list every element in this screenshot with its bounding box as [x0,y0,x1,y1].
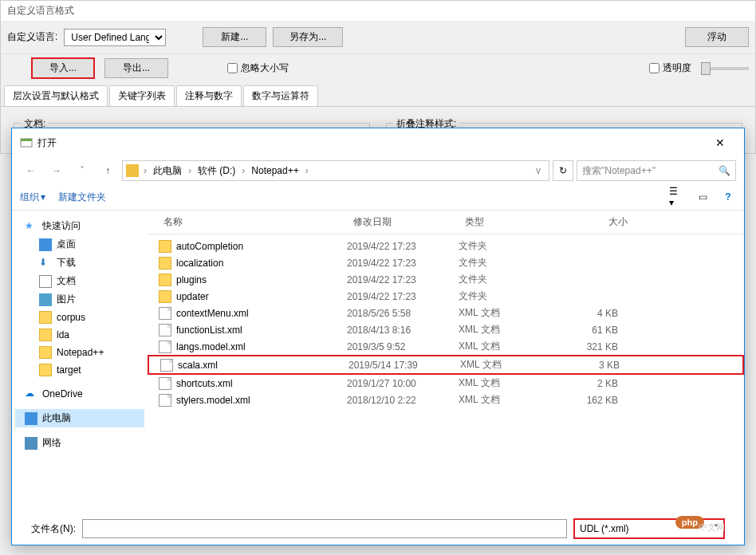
sidebar-downloads[interactable]: ⬇下载 [15,254,144,272]
file-size: 4 KB [538,308,634,319]
close-button[interactable]: ✕ [704,133,736,152]
thispc-icon [25,412,37,425]
folder-icon [39,346,52,359]
picture-icon [39,293,52,306]
col-name[interactable]: 名称 [148,214,347,230]
file-row[interactable]: stylers.model.xml2018/12/10 2:22XML 文档16… [148,392,744,408]
breadcrumb[interactable]: › 此电脑 › 软件 (D:) › Notepad++ › v [122,160,549,181]
file-row[interactable]: functionList.xml2018/4/13 8:16XML 文档61 K… [148,321,744,338]
file-row[interactable]: plugins2019/4/22 17:23文件夹 [148,271,744,288]
file-name: stylers.model.xml [176,395,250,406]
col-type[interactable]: 类型 [459,214,538,230]
file-row[interactable]: updater2019/4/22 17:23文件夹 [148,288,744,305]
sidebar-network[interactable]: 网络 [15,434,144,452]
sidebar-thispc[interactable]: 此电脑 [15,409,144,427]
file-name: contextMenu.xml [176,308,249,319]
file-date: 2019/4/22 17:23 [347,291,459,302]
col-size[interactable]: 大小 [538,214,634,230]
file-icon [159,377,171,390]
file-row[interactable]: autoCompletion2019/4/22 17:23文件夹 [148,238,744,254]
file-icon [159,340,171,353]
folder-icon [39,311,52,324]
saveas-button[interactable]: 另存为... [273,27,343,47]
forward-button[interactable]: → [45,161,68,180]
folder-icon [159,257,171,270]
breadcrumb-dropdown[interactable]: v [531,165,545,176]
transparent-checkbox[interactable]: 透明度 [649,61,691,75]
float-button[interactable]: 浮动 [685,27,749,47]
recent-dropdown[interactable]: ˅ [71,161,93,180]
sidebar-pictures[interactable]: 图片 [15,290,144,309]
dialog-title: 打开 [37,136,57,150]
filename-input[interactable] [82,519,567,538]
file-name: autoCompletion [176,241,243,252]
new-button[interactable]: 新建... [203,27,266,47]
svg-rect-1 [21,139,32,141]
tab-layering[interactable]: 层次设置与默认格式 [4,85,108,106]
sidebar-target[interactable]: target [15,361,144,379]
file-icon [160,359,173,372]
tab-keywords[interactable]: 关键字列表 [109,85,175,106]
file-row[interactable]: localization2019/4/22 17:23文件夹 [148,254,744,271]
php-badge: php [675,516,704,529]
sidebar-onedrive[interactable]: ☁OneDrive [15,385,144,403]
file-icon [159,324,171,337]
organize-dropdown[interactable]: 组织 ▾ [20,191,45,204]
file-size: 321 KB [538,341,634,352]
up-button[interactable]: ↑ [96,161,119,180]
file-row[interactable]: contextMenu.xml2018/5/26 5:58XML 文档4 KB [148,305,744,321]
file-size: 162 KB [538,395,634,406]
file-type: 文件夹 [459,256,538,270]
file-type: 文件夹 [459,289,538,303]
col-date[interactable]: 修改日期 [347,214,459,230]
file-name: localization [176,258,223,269]
file-row[interactable]: scala.xml2019/5/14 17:39XML 文档3 KB [148,355,744,375]
bc-folder[interactable]: Notepad++ [246,163,303,178]
file-date: 2019/3/5 9:52 [347,341,459,352]
folder-icon [126,164,139,177]
lang-select[interactable]: User Defined Language [64,29,166,46]
sidebar-desktop[interactable]: 桌面 [15,235,144,254]
import-button[interactable]: 导入... [31,57,95,79]
search-input[interactable]: 搜索"Notepad++" 🔍 [577,160,736,181]
chevron-right-icon: › [240,165,246,176]
file-date: 2018/5/26 5:58 [347,308,459,319]
file-date: 2019/4/22 17:23 [347,274,459,285]
udl-window-title: 自定义语言格式 [1,1,755,21]
tab-comments[interactable]: 注释与数字 [176,85,242,106]
file-date: 2019/4/22 17:23 [347,258,459,269]
refresh-button[interactable]: ↻ [553,160,573,181]
onedrive-icon: ☁ [25,388,37,400]
help-button[interactable]: ? [720,189,736,205]
file-icon [159,307,171,320]
view-dropdown[interactable]: ☰ ▾ [669,189,685,205]
back-button[interactable]: ← [20,161,42,180]
sidebar-notepadpp[interactable]: Notepad++ [15,344,144,361]
newfolder-button[interactable]: 新建文件夹 [58,191,106,204]
export-button[interactable]: 导出... [104,58,168,78]
transparency-slider[interactable] [701,67,749,70]
sidebar-corpus[interactable]: corpus [15,309,144,326]
file-type: XML 文档 [459,340,538,353]
sidebar-lda[interactable]: lda [15,326,144,344]
ignorecase-checkbox[interactable]: 忽略大小写 [227,61,289,75]
sidebar-quickaccess[interactable]: ★快速访问 [15,217,144,235]
file-row[interactable]: shortcuts.xml2019/1/27 10:00XML 文档2 KB [148,375,744,392]
file-type: 文件夹 [459,239,538,253]
bc-drive[interactable]: 软件 (D:) [193,163,240,179]
document-icon [39,275,52,288]
dialog-icon [20,136,33,149]
file-row[interactable]: langs.model.xml2019/3/5 9:52XML 文档321 KB [148,338,744,355]
folder-icon [39,329,52,341]
file-type: XML 文档 [459,306,538,320]
network-icon [25,437,37,450]
open-dialog: 打开 ✕ ← → ˅ ↑ › 此电脑 › 软件 (D:) › Notepad++… [11,128,745,545]
file-name: plugins [176,274,207,285]
file-date: 2019/1/27 10:00 [347,378,459,389]
sidebar-documents[interactable]: 文档 [15,272,144,290]
file-size: 3 KB [540,360,636,371]
preview-button[interactable]: ▭ [695,189,711,205]
bc-thispc[interactable]: 此电脑 [148,163,187,179]
tab-operators[interactable]: 数字与运算符 [243,85,318,106]
file-name: shortcuts.xml [176,378,233,389]
